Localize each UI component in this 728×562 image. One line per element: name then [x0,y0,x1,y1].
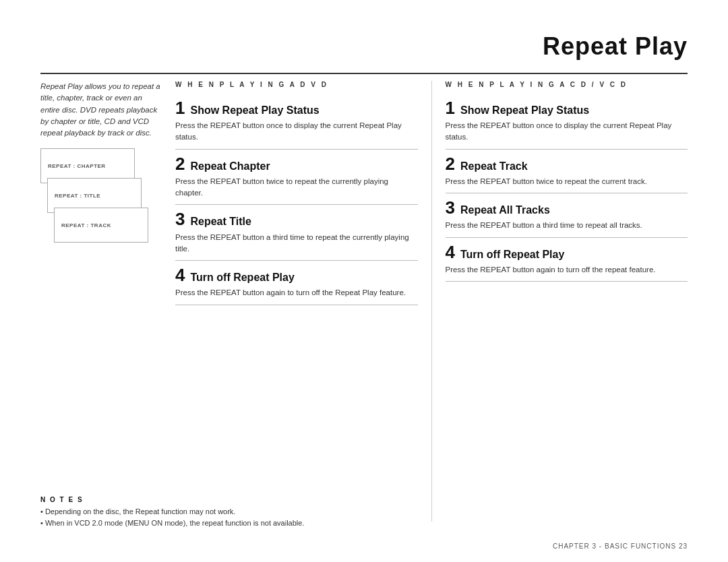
cd-section-2-title: Repeat Track [460,160,528,173]
dvd-section-3-number: 3 [175,210,185,228]
cd-divider-1 [446,149,688,150]
cards-illustration: REPEAT : CHAPTER REPEAT : TITLE REPEAT :… [40,148,162,256]
dvd-section-1-title: Show Repeat Play Status [190,104,319,117]
dvd-column-header: W H E N P L A Y I N G A D V D [175,81,418,88]
page-title: Repeat Play [543,32,688,61]
cd-section-2-body: Press the REPEAT button twice to repeat … [446,176,688,187]
cd-divider-4 [446,281,688,282]
card-title-label: REPEAT : TITLE [55,193,100,199]
sidebar: Repeat Play allows you to repeat a title… [40,81,175,522]
cd-section-1-heading: 1 Show Repeat Play Status [446,99,688,117]
dvd-section-1: 1 Show Repeat Play Status Press the REPE… [175,99,418,144]
cd-section-1-number: 1 [446,99,455,117]
cd-divider-2 [446,193,688,193]
instruction-columns: W H E N P L A Y I N G A D V D 1 Show Rep… [175,81,688,522]
dvd-section-1-body: Press the REPEAT button once to display … [175,120,418,144]
dvd-divider-4 [175,305,418,305]
cd-divider-3 [446,237,688,238]
dvd-section-4-title: Turn off Repeat Play [190,271,294,284]
dvd-section-3-title: Repeat Title [190,215,251,228]
dvd-section-2: 2 Repeat Chapter Press the REPEAT button… [175,155,418,199]
dvd-section-2-heading: 2 Repeat Chapter [175,155,418,173]
dvd-section-3-body: Press the REPEAT button a third time to … [175,232,418,255]
dvd-divider-2 [175,204,418,205]
cd-section-3: 3 Repeat All Tracks Press the REPEAT but… [446,199,688,231]
dvd-section-4-number: 4 [175,266,185,284]
page-title-bar: Repeat Play [0,32,688,61]
cd-section-4-number: 4 [446,243,455,261]
cd-section-4: 4 Turn off Repeat Play Press the REPEAT … [446,243,688,276]
dvd-section-4: 4 Turn off Repeat Play Press the REPEAT … [175,266,418,299]
cd-section-4-body: Press the REPEAT button again to turn of… [446,264,688,276]
title-divider [40,73,688,74]
cd-section-3-title: Repeat All Tracks [460,204,550,216]
notes-item-2: • When in VCD 2.0 mode (MENU ON mode), t… [40,518,688,530]
cd-section-2-number: 2 [446,155,455,173]
cd-section-4-heading: 4 Turn off Repeat Play [446,243,688,261]
card-track: REPEAT : TRACK [54,208,148,243]
notes-item-1: • Depending on the disc, the Repeat func… [40,506,688,518]
cd-section-1-title: Show Repeat Play Status [460,104,589,117]
cd-section-2-heading: 2 Repeat Track [446,155,688,173]
card-track-label: REPEAT : TRACK [61,222,111,228]
dvd-divider-1 [175,149,418,150]
dvd-section-4-heading: 4 Turn off Repeat Play [175,266,418,284]
dvd-section-3: 3 Repeat Title Press the REPEAT button a… [175,210,418,255]
notes-section: N O T E S • Depending on the disc, the R… [40,496,688,530]
dvd-divider-3 [175,260,418,261]
dvd-section-4-body: Press the REPEAT button again to turn of… [175,287,418,299]
cd-section-1: 1 Show Repeat Play Status Press the REPE… [446,99,688,144]
dvd-section-2-title: Repeat Chapter [190,160,270,173]
dvd-column: W H E N P L A Y I N G A D V D 1 Show Rep… [175,81,431,522]
cd-column: W H E N P L A Y I N G A C D / V C D 1 Sh… [431,81,688,522]
cd-section-3-heading: 3 Repeat All Tracks [446,199,688,216]
card-chapter-label: REPEAT : CHAPTER [48,163,106,169]
cd-column-header: W H E N P L A Y I N G A C D / V C D [446,81,688,88]
cd-section-1-body: Press the REPEAT button once to display … [446,120,688,144]
dvd-section-1-heading: 1 Show Repeat Play Status [175,99,418,117]
dvd-section-2-body: Press the REPEAT button twice to repeat … [175,176,418,199]
dvd-section-3-heading: 3 Repeat Title [175,210,418,228]
cd-section-3-body: Press the REPEAT button a third time to … [446,220,688,231]
dvd-section-2-number: 2 [175,155,185,173]
page-footer: CHAPTER 3 - BASIC FUNCTIONS 23 [553,542,688,550]
cd-section-2: 2 Repeat Track Press the REPEAT button t… [446,155,688,187]
notes-label: N O T E S [40,496,688,503]
sidebar-intro-text: Repeat Play allows you to repeat a title… [40,81,162,139]
main-content: Repeat Play allows you to repeat a title… [40,81,688,522]
cd-section-4-title: Turn off Repeat Play [460,248,564,261]
dvd-section-1-number: 1 [175,99,185,117]
cd-section-3-number: 3 [446,199,455,216]
